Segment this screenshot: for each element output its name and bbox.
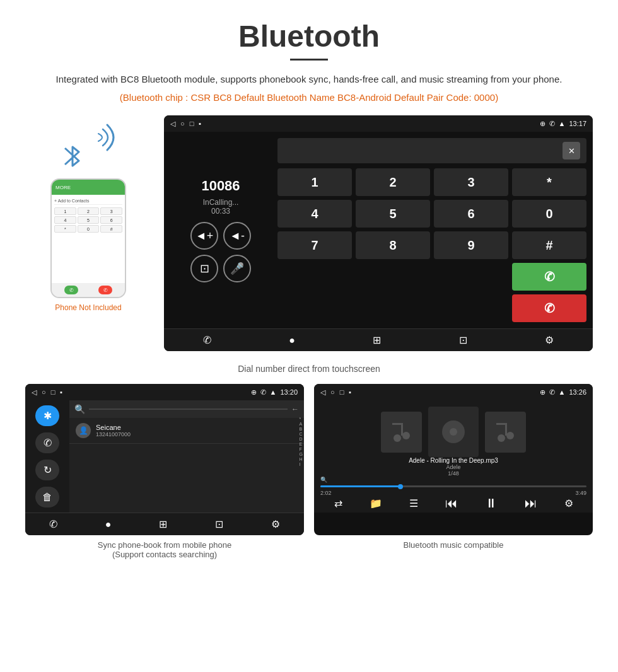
music-album-prev — [381, 412, 422, 453]
nav-dialpad-icon[interactable]: ⊞ — [373, 334, 381, 346]
signal-waves-icon — [85, 119, 123, 156]
key-star[interactable]: * — [512, 168, 586, 196]
music-body: Adele - Rolling In the Deep.mp3 Adele 1/… — [314, 400, 593, 513]
music-controls: ⇄ 📁 ☰ ⏮ ⏸ ⏭ ⚙ — [320, 496, 586, 511]
music-time-row: 🔍 — [320, 477, 586, 483]
alpha-B: B — [300, 427, 303, 431]
phone-key-5[interactable]: 5 — [78, 216, 100, 224]
phone-key-6[interactable]: 6 — [100, 216, 122, 224]
nav-settings-icon[interactable]: ⚙ — [545, 334, 554, 346]
key-6[interactable]: 6 — [434, 200, 508, 228]
alpha-G: G — [300, 452, 303, 456]
pb-nav-settings[interactable]: ⚙ — [271, 518, 280, 530]
music-location-icon: ⊕ — [540, 388, 545, 397]
music-shuffle-btn[interactable]: ⇄ — [334, 497, 342, 509]
bottom-screens: ◁ ○ □ ▪ ⊕ ✆ ▲ 13:20 ✱ — [25, 384, 593, 559]
volume-up-btn[interactable]: ◄+ — [190, 222, 218, 250]
pb-contact-phone: 13241007000 — [96, 431, 298, 437]
phone-key-0[interactable]: 0 — [78, 225, 100, 233]
phone-key-hash[interactable]: # — [100, 225, 122, 233]
music-prev-btn[interactable]: ⏮ — [445, 496, 458, 511]
music-play-btn[interactable]: ⏸ — [485, 496, 498, 511]
pb-alphabet-list: * A B C D E F G H I — [300, 417, 303, 513]
pb-contact-info: Seicane 13241007000 — [96, 424, 298, 437]
key-7[interactable]: 7 — [277, 231, 352, 259]
music-note-icon-next — [496, 420, 515, 443]
key-4[interactable]: 4 — [277, 200, 352, 228]
orange-note: (Bluetooth chip : CSR BC8 Default Blueto… — [25, 92, 593, 103]
pb-call-icon-btn[interactable]: ✆ — [35, 432, 59, 453]
pb-nav-messages[interactable]: ⊡ — [215, 518, 223, 530]
recent-icon: □ — [190, 120, 194, 128]
key-5[interactable]: 5 — [356, 200, 430, 228]
nav-messages-icon[interactable]: ⊡ — [459, 334, 467, 346]
pb-contact-item[interactable]: 👤 Seicane 13241007000 — [69, 418, 304, 444]
key-2[interactable]: 2 — [356, 168, 430, 196]
music-search-icon[interactable]: 🔍 — [320, 477, 327, 483]
music-progress-bar[interactable] — [320, 485, 586, 487]
phonebook-sidebar: ✱ ✆ ↻ 🗑 — [25, 400, 69, 513]
music-time-display: 2:02 3:49 — [320, 490, 586, 496]
pb-notif-icon: ▪ — [60, 388, 62, 397]
key-hash[interactable]: # — [512, 231, 586, 259]
page-title: Bluetooth — [25, 19, 593, 54]
dial-status-left: ◁ ○ □ ▪ — [170, 120, 201, 128]
dial-delete-btn[interactable]: ✕ — [563, 142, 580, 159]
svg-rect-3 — [392, 423, 403, 425]
subtitle: Integrated with BC8 Bluetooth module, su… — [25, 72, 593, 87]
dial-left-panel: 10086 InCalling... 00:33 ◄+ ◄- ⊡ 🎤 — [170, 138, 271, 322]
pb-delete-icon[interactable]: 🗑 — [35, 487, 59, 507]
key-1[interactable]: 1 — [277, 168, 352, 196]
dial-nav-bar: ✆ ● ⊞ ⊡ ⚙ — [164, 328, 593, 351]
music-status-right: ⊕ ✆ ▲ 13:26 — [540, 388, 586, 397]
volume-down-btn[interactable]: ◄- — [223, 222, 251, 250]
phonebook-screen-wrap: ◁ ○ □ ▪ ⊕ ✆ ▲ 13:20 ✱ — [25, 384, 304, 559]
back-icon: ◁ — [170, 120, 175, 128]
dial-keypad-panel: ✕ 1 2 3 * 4 5 6 0 7 8 9 # — [277, 138, 586, 322]
phone-key-4[interactable]: 4 — [54, 216, 76, 224]
key-3[interactable]: 3 — [434, 168, 508, 196]
music-folder-btn[interactable]: 📁 — [370, 497, 382, 509]
phone-end-btn[interactable]: ✆ — [98, 286, 112, 294]
pb-bt-icon: ✱ — [35, 405, 59, 426]
phone-screen-top: MORE — [52, 180, 125, 195]
music-back-icon: ◁ — [320, 388, 325, 397]
pb-sync-icon[interactable]: ↻ — [35, 460, 59, 480]
call-end-btn[interactable]: ✆ — [512, 294, 586, 322]
mic-btn[interactable]: 🎤 — [223, 255, 251, 282]
phone-call-btn[interactable]: ✆ — [64, 286, 78, 294]
screen-btn[interactable]: ⊡ — [190, 255, 218, 282]
pb-back-arrow[interactable]: ← — [291, 405, 299, 414]
music-note-icon-prev — [392, 420, 411, 443]
phone-mockup: MORE + Add to Contacts 1 2 3 4 5 6 * 0 # — [50, 178, 126, 298]
svg-point-6 — [498, 434, 505, 442]
key-8[interactable]: 8 — [356, 231, 430, 259]
music-status-bar: ◁ ○ □ ▪ ⊕ ✆ ▲ 13:26 — [314, 384, 593, 400]
nav-contacts-icon[interactable]: ● — [289, 335, 295, 346]
pb-search-row: 🔍 ← * A B C D E — [69, 400, 304, 418]
call-answer-btn[interactable]: ✆ — [512, 263, 586, 291]
key-0[interactable]: 0 — [512, 200, 586, 228]
pb-clock: 13:20 — [280, 388, 298, 396]
pb-nav-dialpad[interactable]: ⊞ — [159, 518, 167, 530]
nav-calls-icon[interactable]: ✆ — [203, 334, 211, 346]
phone-key-star[interactable]: * — [54, 225, 76, 233]
dial-status-right: ⊕ ✆ ▲ 13:17 — [540, 120, 586, 128]
music-eq-btn[interactable]: ⚙ — [564, 497, 573, 509]
music-total-time: 3:49 — [575, 490, 586, 496]
music-status-left: ◁ ○ □ ▪ — [320, 388, 351, 397]
alpha-E: E — [300, 442, 303, 446]
phone-not-included-label: Phone Not Included — [55, 303, 121, 312]
music-next-btn[interactable]: ⏭ — [525, 496, 537, 511]
alpha-F: F — [300, 447, 303, 451]
phone-key-3[interactable]: 3 — [100, 207, 122, 215]
dial-timer-text: 00:33 — [211, 207, 230, 216]
pb-search-field[interactable] — [89, 408, 288, 410]
pb-nav-contacts[interactable]: ● — [105, 519, 112, 530]
key-9[interactable]: 9 — [434, 231, 508, 259]
phone-key-2[interactable]: 2 — [78, 207, 100, 215]
phone-key-1[interactable]: 1 — [54, 207, 76, 215]
pb-nav-calls[interactable]: ✆ — [49, 518, 57, 530]
music-info: Adele - Rolling In the Deep.mp3 Adele 1/… — [409, 457, 498, 477]
music-playlist-btn[interactable]: ☰ — [409, 497, 418, 509]
